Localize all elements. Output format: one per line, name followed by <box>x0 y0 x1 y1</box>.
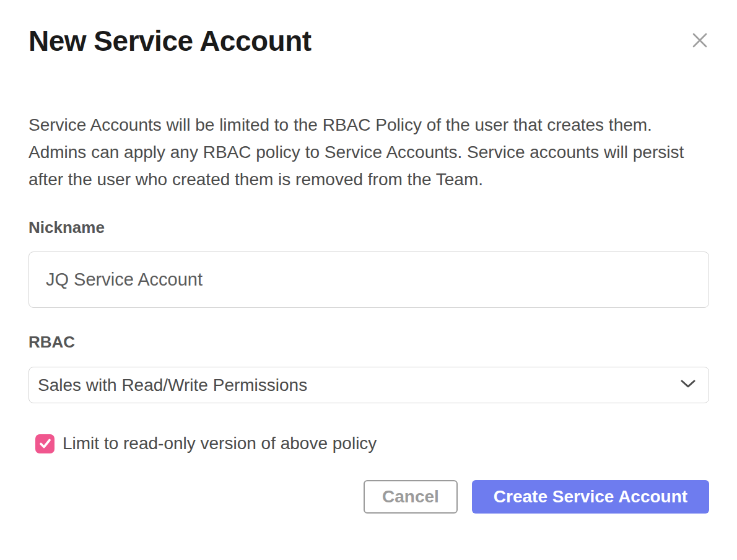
nickname-input[interactable] <box>28 252 709 308</box>
readonly-checkbox-label[interactable]: Limit to read-only version of above poli… <box>63 434 377 453</box>
create-service-account-button[interactable]: Create Service Account <box>472 480 709 514</box>
modal-footer: Cancel Create Service Account <box>28 480 709 514</box>
nickname-label: Nickname <box>28 218 709 237</box>
modal-title: New Service Account <box>28 25 312 57</box>
rbac-select[interactable]: Sales with Read/Write Permissions <box>28 367 709 403</box>
cancel-button[interactable]: Cancel <box>364 480 458 514</box>
modal-description: Service Accounts will be limited to the … <box>28 112 709 193</box>
readonly-checkbox-row: Limit to read-only version of above poli… <box>35 434 709 453</box>
checkmark-icon <box>38 437 52 450</box>
readonly-checkbox[interactable] <box>35 434 55 453</box>
close-icon[interactable] <box>691 31 709 50</box>
rbac-select-wrapper: Sales with Read/Write Permissions <box>28 367 709 403</box>
new-service-account-modal: New Service Account Service Accounts wil… <box>0 0 737 560</box>
modal-header: New Service Account <box>28 25 709 57</box>
rbac-label: RBAC <box>28 333 709 352</box>
